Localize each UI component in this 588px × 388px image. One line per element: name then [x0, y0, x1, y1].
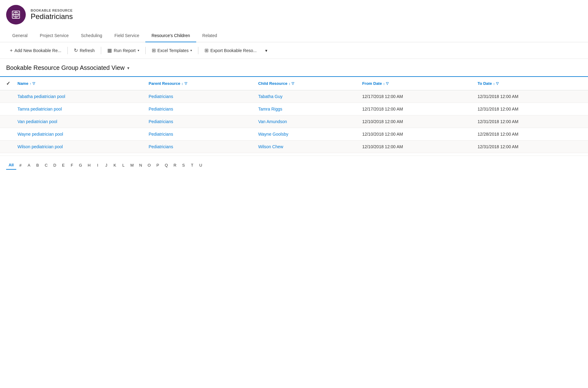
row-checkbox[interactable] [0, 103, 13, 115]
row-parent-resource[interactable]: Pediatricians [144, 141, 253, 153]
run-report-label: Run Report [114, 48, 136, 53]
tab-related[interactable]: Related [196, 29, 223, 42]
col-child-resource[interactable]: Child Resource ↕ ▽ [253, 77, 357, 90]
refresh-button[interactable]: ↻ Refresh [70, 45, 98, 55]
pager-item-all[interactable]: All [6, 161, 16, 170]
run-report-icon: ▦ [107, 47, 112, 53]
pager-item-t[interactable]: T [188, 161, 197, 169]
row-checkbox[interactable] [0, 90, 13, 103]
export-dropdown-button[interactable]: ▾ [262, 46, 271, 55]
row-child-resource[interactable]: Wayne Goolsby [253, 128, 357, 141]
col-name-filter[interactable]: ▽ [32, 81, 35, 85]
excel-templates-chevron: ▾ [190, 49, 192, 52]
row-name[interactable]: Wilson pediatrician pool [13, 141, 144, 153]
pager-item-g[interactable]: G [76, 161, 85, 169]
pager-item-u[interactable]: U [197, 161, 205, 169]
view-title: Bookable Resource Group Associated View [6, 64, 125, 71]
excel-templates-button[interactable]: ⊞ Excel Templates ▾ [148, 45, 196, 55]
tab-field-service[interactable]: Field Service [108, 29, 145, 42]
run-report-chevron: ▾ [138, 49, 139, 52]
row-child-resource[interactable]: Tabatha Guy [253, 90, 357, 103]
col-parent-filter[interactable]: ▽ [185, 81, 187, 85]
pager-item-j[interactable]: J [102, 161, 111, 169]
row-to-date: 12/31/2018 12:00 AM [473, 103, 588, 115]
pager-item-c[interactable]: C [42, 161, 51, 169]
export-button[interactable]: ⊞ Export Bookable Reso... [201, 45, 260, 55]
row-name[interactable]: Tabatha pediatrician pool [13, 90, 144, 103]
excel-templates-label: Excel Templates [158, 48, 189, 53]
toolbar-divider-1 [67, 47, 68, 54]
row-parent-resource[interactable]: Pediatricians [144, 115, 253, 128]
pager-item-l[interactable]: L [119, 161, 128, 169]
row-child-resource[interactable]: Wilson Chew [253, 141, 357, 153]
add-new-button[interactable]: + Add New Bookable Re... [6, 46, 65, 55]
col-parent-sort[interactable]: ↕ [181, 82, 183, 85]
pager-item-a[interactable]: A [25, 161, 33, 169]
tab-general[interactable]: General [6, 29, 34, 42]
pager-item-r[interactable]: R [171, 161, 179, 169]
row-from-date: 12/10/2018 12:00 AM [357, 128, 472, 141]
run-report-button[interactable]: ▦ Run Report ▾ [104, 45, 143, 55]
table-row: Tabatha pediatrician poolPediatriciansTa… [0, 90, 588, 103]
select-all-checkbox[interactable]: ✓ [0, 77, 13, 90]
row-child-resource[interactable]: Tamra Riggs [253, 103, 357, 115]
row-to-date: 12/31/2018 12:00 AM [473, 141, 588, 153]
page-header: BOOKABLE RESOURCE Pediatricians [0, 0, 588, 29]
row-parent-resource[interactable]: Pediatricians [144, 103, 253, 115]
pager-item-b[interactable]: B [33, 161, 42, 169]
col-from-filter[interactable]: ▽ [386, 81, 388, 85]
pager-item-d[interactable]: D [51, 161, 59, 169]
pager-item-e[interactable]: E [59, 161, 68, 169]
pager-item-h[interactable]: H [85, 161, 94, 169]
col-name-sort[interactable]: ↑ [29, 82, 31, 85]
col-to-date-label: To Date [478, 81, 492, 86]
col-to-date[interactable]: To Date ↕ ▽ [473, 77, 588, 90]
export-icon: ⊞ [204, 47, 208, 53]
col-name-label: Name [17, 81, 28, 86]
pager-item-i[interactable]: I [94, 161, 102, 169]
row-checkbox[interactable] [0, 141, 13, 153]
pager-item-m[interactable]: M [128, 161, 136, 169]
row-name[interactable]: Tamra pediatrician pool [13, 103, 144, 115]
alpha-pager: All#ABCDEFGHIJKLMNOPQRSTU [0, 156, 588, 175]
row-checkbox[interactable] [0, 115, 13, 128]
pager-item-s[interactable]: S [179, 161, 188, 169]
row-parent-resource[interactable]: Pediatricians [144, 128, 253, 141]
tab-project-service[interactable]: Project Service [34, 29, 75, 42]
add-button-label: Add New Bookable Re... [14, 48, 61, 53]
table-row: Tamra pediatrician poolPediatriciansTamr… [0, 103, 588, 115]
export-dropdown-chevron: ▾ [265, 48, 267, 53]
pager-item-p[interactable]: P [154, 161, 162, 169]
pager-item-q[interactable]: Q [162, 161, 171, 169]
tab-scheduling[interactable]: Scheduling [75, 29, 108, 42]
col-name[interactable]: Name ↑ ▽ [13, 77, 144, 90]
table-row: Wayne pediatrician poolPediatriciansWayn… [0, 128, 588, 141]
pager-item-o[interactable]: O [145, 161, 154, 169]
pager-item-f[interactable]: F [68, 161, 76, 169]
row-parent-resource[interactable]: Pediatricians [144, 90, 253, 103]
pager-item-#[interactable]: # [16, 161, 25, 169]
col-child-sort[interactable]: ↕ [289, 82, 291, 85]
toolbar-divider-2 [101, 47, 101, 54]
row-checkbox[interactable] [0, 128, 13, 141]
row-to-date: 12/31/2018 12:00 AM [473, 115, 588, 128]
tab-resources-children[interactable]: Resource's Children [145, 29, 196, 42]
col-from-sort[interactable]: ↕ [383, 82, 385, 85]
pager-item-k[interactable]: K [111, 161, 119, 169]
col-from-date[interactable]: From Date ↕ ▽ [357, 77, 472, 90]
col-parent-resource[interactable]: Parent Resource ↕ ▽ [144, 77, 253, 90]
col-to-sort[interactable]: ↕ [493, 82, 495, 85]
row-from-date: 12/17/2018 12:00 AM [357, 103, 472, 115]
toolbar-divider-3 [145, 47, 146, 54]
toolbar: + Add New Bookable Re... ↻ Refresh ▦ Run… [0, 42, 588, 59]
row-child-resource[interactable]: Van Amundson [253, 115, 357, 128]
col-child-resource-label: Child Resource [258, 81, 287, 86]
export-label: Export Bookable Reso... [210, 48, 257, 53]
refresh-icon: ↻ [74, 47, 78, 53]
col-to-filter[interactable]: ▽ [496, 81, 498, 85]
pager-item-n[interactable]: N [136, 161, 145, 169]
row-name[interactable]: Wayne pediatrician pool [13, 128, 144, 141]
col-child-filter[interactable]: ▽ [292, 81, 294, 85]
row-name[interactable]: Van pediatrician pool [13, 115, 144, 128]
view-title-chevron[interactable]: ▾ [127, 66, 129, 70]
